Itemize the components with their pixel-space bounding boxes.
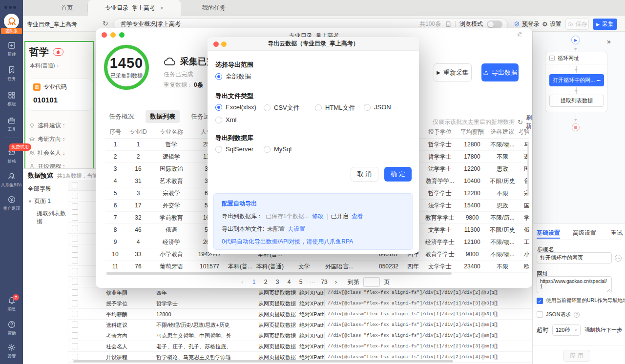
settings-tab-重试[interactable]: 重试 bbox=[611, 229, 623, 237]
sidebar-item-模板[interactable]: 模板 bbox=[0, 91, 23, 107]
goto-page-input[interactable] bbox=[363, 277, 380, 287]
field-row[interactable]: 社会名人老子、庄子、孔子、苏格拉底、柏...从网页提取数据绝对XPath//di… bbox=[68, 341, 532, 352]
sidebar-item-设置[interactable]: 设置 bbox=[0, 343, 23, 360]
radio-CSV文件[interactable]: CSV文件 bbox=[264, 103, 300, 112]
help-circle-icon[interactable]: ? bbox=[574, 312, 580, 318]
row-checkbox[interactable] bbox=[72, 300, 78, 306]
settings-tab-高级设置[interactable]: 高级设置 bbox=[573, 229, 596, 237]
field-row[interactable]: 授予学位哲学学士从网页提取数据绝对XPath//div[@class="flex… bbox=[68, 298, 532, 309]
radio-SqlServer[interactable]: SqlServer bbox=[215, 145, 253, 153]
page-1[interactable]: 1 bbox=[250, 279, 258, 285]
auto-export-config-link[interactable]: 配置自动导出 bbox=[222, 200, 257, 208]
modify-link[interactable]: 修改 bbox=[312, 212, 324, 221]
page-4[interactable]: 4 bbox=[285, 279, 293, 285]
sidebar-item-任务[interactable]: 任务 bbox=[0, 65, 23, 82]
go-setup-link[interactable]: 去设置 bbox=[288, 225, 305, 233]
tab-close-icon[interactable]: × bbox=[160, 5, 164, 12]
row-checkbox[interactable] bbox=[72, 332, 78, 339]
table-row[interactable]: 1176葡萄牙语101577本科(普...本科(普通)文学外国语言...0502… bbox=[105, 261, 529, 273]
radio-JSON[interactable]: JSON bbox=[364, 103, 391, 111]
export-data-button[interactable]: 导出数据 bbox=[481, 63, 519, 81]
radio-Excel(xlsx)[interactable]: Excel(xlsx) bbox=[215, 103, 256, 111]
sidebar-item-消息[interactable]: 消息 bbox=[0, 296, 23, 312]
use-loop-url-checkbox[interactable]: ✓ bbox=[537, 298, 543, 304]
sidebar-item-新建[interactable]: 新建 bbox=[0, 41, 23, 58]
trash-icon[interactable] bbox=[480, 289, 486, 296]
export-doc-icon[interactable] bbox=[493, 354, 499, 360]
row-checkbox[interactable] bbox=[72, 268, 78, 274]
page-3[interactable]: 3 bbox=[273, 279, 281, 285]
export-doc-icon[interactable] bbox=[493, 289, 499, 296]
open-url-step-button[interactable]: 打开循环中的网... ••• bbox=[549, 74, 604, 86]
row-checkbox[interactable] bbox=[72, 279, 78, 285]
view-link[interactable]: 查看 bbox=[352, 212, 363, 221]
radio-MySql[interactable]: MySql bbox=[264, 145, 292, 153]
trash-icon[interactable] bbox=[480, 354, 486, 360]
table-vscrollbar[interactable] bbox=[527, 142, 529, 195]
confirm-button[interactable]: 确 定 bbox=[384, 167, 412, 182]
field-row[interactable]: 修业年限四年从网页提取数据绝对XPath//div[@class="flex-f… bbox=[68, 287, 532, 298]
radio-全部数据[interactable]: 全部数据 bbox=[215, 72, 251, 81]
trash-icon[interactable] bbox=[480, 300, 486, 306]
modal-minimize-button[interactable] bbox=[221, 41, 227, 47]
doc-count-icon[interactable] bbox=[445, 21, 451, 27]
settings-button[interactable]: ⚙ 设置 bbox=[542, 20, 562, 28]
row-checkbox[interactable] bbox=[72, 214, 78, 221]
field-row[interactable]: 平均薪酬12800从网页提取数据绝对XPath//div[@class="fle… bbox=[68, 309, 532, 320]
page-2[interactable]: 2 bbox=[262, 279, 270, 285]
more-dots-icon[interactable]: ••• bbox=[596, 78, 600, 82]
sidebar-item-帮助[interactable]: 帮助 bbox=[0, 320, 23, 337]
resize-handle-icon[interactable] bbox=[607, 288, 611, 292]
page-73[interactable]: 73 bbox=[320, 279, 328, 285]
settings-tab-基础设置[interactable]: 基础设置 bbox=[537, 229, 560, 237]
field-row[interactable]: 选科建议不限/物理/历史/思政/思政+历史从网页提取数据绝对XPath//div… bbox=[68, 320, 532, 330]
save-button[interactable]: 保存 bbox=[565, 19, 589, 30]
collect-button[interactable]: ▶ 采集 bbox=[593, 19, 617, 30]
page-5[interactable]: 5 bbox=[297, 279, 305, 285]
extract-list-step-button[interactable]: 提取列表数据 bbox=[549, 95, 604, 107]
row-checkbox[interactable] bbox=[72, 193, 78, 199]
export-doc-icon[interactable] bbox=[493, 332, 499, 339]
url-textarea[interactable]: https://www.gaokao.cn/special/1 bbox=[537, 276, 612, 293]
page-next[interactable]: › bbox=[332, 279, 340, 285]
field-row[interactable]: 考验方向马克思主义哲学、中国哲学、外国...从网页提取数据绝对XPath//di… bbox=[68, 330, 532, 341]
collapse-loop-icon[interactable]: − bbox=[549, 56, 555, 61]
tab-我的任务[interactable]: 我的任务 bbox=[181, 0, 247, 16]
trash-icon[interactable] bbox=[480, 311, 486, 317]
preview-hscrollbar[interactable] bbox=[73, 360, 453, 363]
tab-数据列表[interactable]: 数据列表 bbox=[146, 110, 180, 123]
refresh-icon[interactable]: ↻ bbox=[103, 20, 108, 27]
sidebar-item-工具[interactable]: 工具 bbox=[0, 116, 23, 133]
row-checkbox[interactable] bbox=[72, 257, 78, 263]
export-doc-icon[interactable] bbox=[493, 311, 499, 317]
api-icon[interactable]: ⋯ bbox=[615, 255, 622, 262]
row-checkbox[interactable] bbox=[72, 203, 78, 210]
apply-button[interactable]: 应 用 bbox=[563, 350, 590, 362]
flow-start-icon[interactable]: ▶ bbox=[571, 36, 580, 44]
export-doc-icon[interactable] bbox=[493, 300, 499, 306]
prelogin-button[interactable]: 预登录 bbox=[514, 20, 540, 28]
row-checkbox[interactable] bbox=[72, 289, 78, 296]
export-doc-icon[interactable] bbox=[493, 322, 499, 328]
window-close-dot[interactable] bbox=[4, 6, 7, 9]
row-checkbox[interactable] bbox=[72, 343, 78, 349]
edit-icon[interactable] bbox=[517, 31, 523, 38]
radio-Xml[interactable]: Xml bbox=[215, 116, 236, 123]
export-doc-icon[interactable] bbox=[493, 343, 499, 349]
row-checkbox[interactable] bbox=[72, 322, 78, 328]
trash-icon[interactable] bbox=[480, 332, 486, 339]
browse-mode-toggle[interactable] bbox=[487, 20, 502, 28]
rpa-promo-link[interactable]: 0代码自动化导出数据/API对接，请使用八爪鱼RPA bbox=[222, 238, 353, 246]
cancel-button[interactable]: 取 消 bbox=[351, 167, 378, 182]
tree-all-fields[interactable]: 全部字段 bbox=[28, 185, 51, 193]
radio-HTML文件[interactable]: HTML文件 bbox=[315, 103, 355, 112]
tab-首页[interactable]: 首页 bbox=[46, 0, 88, 16]
octoparse-logo[interactable] bbox=[4, 14, 19, 29]
row-checkbox[interactable] bbox=[72, 236, 78, 242]
sidebar-item-八爪鱼RPA[interactable]: 八爪鱼RPA bbox=[0, 172, 23, 188]
trash-icon[interactable] bbox=[480, 343, 486, 349]
row-checkbox[interactable] bbox=[72, 311, 78, 317]
row-checkbox[interactable] bbox=[72, 246, 78, 253]
loop-url-step[interactable]: − 循环网址 打开循环中的网... ••• 提取列表数据 bbox=[545, 52, 607, 112]
select-all-checkbox[interactable] bbox=[72, 182, 78, 188]
